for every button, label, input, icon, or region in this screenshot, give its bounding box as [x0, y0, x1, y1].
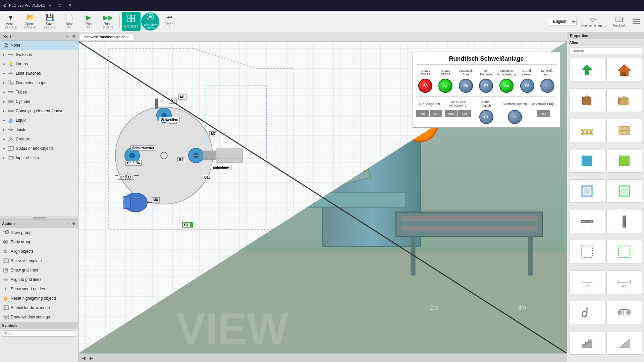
asset-hook[interactable] [569, 301, 605, 324]
symbols-filter-input[interactable] [2, 330, 76, 337]
properties-search-input[interactable] [569, 48, 642, 54]
tab-close[interactable]: × [127, 35, 129, 39]
gridlines-button[interactable]: Grid lines [122, 12, 141, 31]
undo-button[interactable]: ↩ Undo 0 [160, 12, 179, 31]
tool-conveying[interactable]: ▶ Conveying element (conveyor belt, air … [0, 106, 78, 116]
asset-pallet[interactable] [569, 119, 605, 142]
language-select[interactable]: English Deutsch [549, 17, 577, 26]
asset-conveyor-r[interactable] [606, 210, 642, 233]
label-m1: M1 [178, 95, 186, 100]
tool-input[interactable]: ▶ Input-objects [0, 153, 78, 163]
symbols-header: Symbols [0, 322, 78, 329]
cp-switch-hand[interactable]: Hand [445, 110, 458, 117]
asset-dist-2m[interactable]: 2m [569, 270, 605, 294]
stencil-icon [3, 305, 9, 311]
cp-r2-col1-label: S2: HAND AUTOMATIC [445, 99, 471, 109]
cp-s4-btn[interactable]: S4 [499, 79, 514, 93]
asset-conveyor-h[interactable] [569, 210, 605, 233]
new-button[interactable]: 📄 New F4 [60, 12, 78, 31]
more-button[interactable]: ▼ More... STRG+E [1, 12, 20, 31]
file-tab[interactable]: SchweißRundtisch.plclab × [80, 33, 133, 40]
action-draw-group[interactable]: Draw group [0, 228, 78, 237]
action-align-grid[interactable]: Align to grid lines [0, 275, 78, 284]
joints-expand-icon: ▶ [3, 128, 5, 131]
action-body-group[interactable]: Body group [0, 237, 78, 247]
tools-settings-btn[interactable]: ⚙ [71, 34, 76, 39]
run-button[interactable]: ▶ Run F5 [79, 12, 98, 31]
save-button[interactable]: 💾 Save STRG+S [40, 12, 59, 31]
undo-icon: ↩ [167, 13, 172, 21]
svg-rect-146 [619, 246, 630, 257]
svg-rect-30 [12, 101, 13, 102]
action-stencil[interactable]: Stencil for draw-mode [0, 303, 78, 312]
actions-collapse-btn[interactable]: − [65, 221, 70, 226]
minimize-button[interactable]: − [45, 2, 55, 9]
asset-blue-square[interactable] [569, 149, 605, 173]
asset-conveyor-belt[interactable] [606, 301, 642, 324]
tool-status[interactable]: ▶ i Status or info-objects [0, 144, 78, 153]
cp-p6-btn[interactable]: P6 [459, 79, 473, 93]
cp-switch-auto[interactable]: Auto [458, 110, 471, 117]
cp-switch-prog[interactable]: Prog [537, 110, 550, 117]
cp-switch-aus[interactable]: Aus [416, 110, 429, 117]
creator-expand-icon: ▶ [3, 137, 5, 141]
cp-s0-btn[interactable]: S0 [418, 79, 432, 93]
close-button[interactable]: ✕ [65, 2, 75, 9]
tool-lamps[interactable]: ▶ Lamps [0, 59, 78, 69]
asset-box-brown[interactable] [569, 88, 605, 112]
tool-switches[interactable]: ▶ Switches [0, 50, 78, 59]
action-size-template[interactable]: Set size-template [0, 256, 78, 265]
tool-limit-switches[interactable]: ▶ Limit switches [0, 69, 78, 78]
menu-button[interactable] [631, 17, 643, 26]
scroll-left-btn[interactable]: ◀ [80, 355, 87, 361]
tools-collapse-btn[interactable]: − [65, 34, 70, 39]
action-draw-window[interactable]: Draw-window settings [0, 312, 78, 322]
svg-point-26 [11, 82, 13, 85]
tool-none[interactable]: None [0, 41, 78, 50]
tool-creator[interactable]: ▶ Creator [0, 134, 78, 144]
action-show-grid[interactable]: Show grid lines [0, 265, 78, 275]
assets-category[interactable]: Alles [567, 39, 644, 46]
cp-p7-btn[interactable]: P7 [479, 79, 493, 93]
asset-pallet-preview [580, 124, 594, 137]
overview-button[interactable]: Overview on/off [141, 12, 159, 31]
run2-button[interactable]: ▶▶ Run... Shift F5 [99, 12, 117, 31]
asset-house[interactable] [606, 58, 642, 81]
asset-green-square[interactable] [606, 149, 642, 173]
cp-p5-btn[interactable]: P5 [520, 79, 534, 93]
cp-s1-btn[interactable]: S1 [438, 79, 452, 93]
svg-point-160 [626, 310, 630, 314]
asset-arrow-down[interactable] [569, 58, 605, 81]
action-reset-highlight[interactable]: Reset highlighting objects [0, 294, 78, 303]
tool-tubes[interactable]: ▶ Tubes [0, 87, 78, 97]
asset-stairs[interactable] [569, 331, 605, 355]
cp-p1-btn[interactable]: P1 [479, 110, 493, 124]
action-align[interactable]: Align objects [0, 247, 78, 256]
tool-cylinder[interactable]: ▶ Cylinder [0, 97, 78, 106]
action-smart-guides[interactable]: Show smart guides [0, 284, 78, 294]
cp-pa-btn[interactable]: P [508, 110, 522, 124]
joints-label: Joints [16, 127, 26, 132]
canvas-area[interactable]: M1 M7 M8 B1 B2 B5 B6 B7 B9 B10 Q2 Q3 M4 … [78, 42, 567, 353]
asset-dist-4m[interactable]: 4m [606, 270, 642, 294]
tool-geometric[interactable]: ▶ Geometric shapes [0, 78, 78, 87]
maximize-button[interactable]: □ [55, 2, 65, 9]
asset-blue-outline[interactable] [569, 240, 605, 263]
asset-ramp[interactable] [606, 331, 642, 355]
cp-switch-ein[interactable]: Ein [430, 110, 442, 117]
tools-panel-controls: − ⚙ [65, 34, 76, 39]
asset-green-outline[interactable] [606, 240, 642, 263]
feedback-button[interactable]: Feedback [610, 14, 628, 28]
asset-box-tan[interactable] [606, 88, 642, 112]
tool-joints[interactable]: ▶ Joints [0, 125, 78, 134]
scroll-right-btn[interactable]: ▶ [88, 355, 95, 361]
cp-p8-btn[interactable] [540, 79, 554, 93]
open-button[interactable]: 📂 Open... STRG+O [21, 12, 40, 31]
asset-blue-frame[interactable] [569, 179, 605, 203]
asset-pallet2[interactable] [606, 119, 642, 142]
svg-rect-86 [124, 196, 130, 208]
asset-green-frame[interactable] [606, 179, 642, 203]
licensemanager-button[interactable]: Licensemanager... [579, 14, 608, 28]
actions-settings-btn[interactable]: ⚙ [71, 221, 76, 226]
tool-liquid[interactable]: ▶ Liquid [0, 116, 78, 125]
